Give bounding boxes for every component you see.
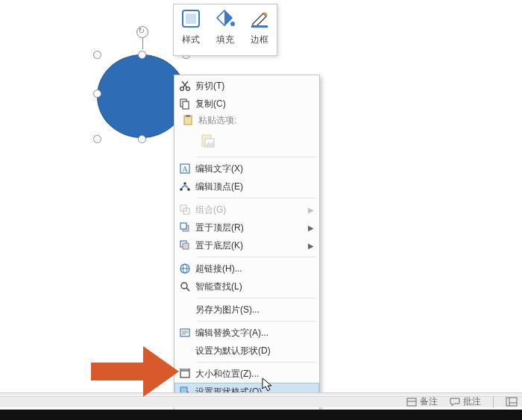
menu-smart-lookup[interactable]: 智能查找(L)	[174, 278, 319, 295]
menu-edit-alt-text[interactable]: 编辑替换文字(A)...	[174, 324, 319, 342]
mini-toolbar: 样式 填充 边框	[173, 4, 277, 56]
resize-handle-nw[interactable]	[93, 51, 101, 59]
menu-bring-front[interactable]: 置于顶层(R) ▶	[174, 219, 319, 236]
svg-rect-9	[186, 115, 190, 117]
resize-handle-s[interactable]	[138, 135, 146, 143]
copy-icon	[174, 95, 195, 113]
rotate-handle[interactable]	[136, 26, 148, 38]
menu-size-position-label: 大小和位置(Z)...	[195, 368, 315, 380]
resize-handle-w[interactable]	[93, 90, 101, 98]
menu-paste-options	[174, 128, 319, 154]
menu-copy[interactable]: 复制(C)	[174, 95, 319, 113]
svg-rect-1	[186, 13, 196, 24]
menu-separator	[197, 157, 316, 157]
svg-rect-7	[183, 101, 189, 109]
menu-smart-lookup-label: 智能查找(L)	[195, 280, 315, 293]
svg-point-26	[181, 283, 187, 289]
menu-separator	[197, 321, 316, 322]
svg-rect-20	[180, 223, 186, 229]
menu-set-default-shape[interactable]: 设置为默认形状(D)	[174, 342, 319, 360]
svg-rect-3	[251, 25, 268, 28]
shape-style-icon	[180, 7, 202, 30]
menu-edit-alt-text-label: 编辑替换文字(A)...	[195, 327, 315, 339]
submenu-arrow-icon: ▶	[307, 242, 315, 250]
blank-icon	[174, 301, 195, 319]
status-view-normal-button[interactable]	[506, 397, 518, 407]
comments-icon	[450, 397, 460, 407]
menu-separator	[197, 198, 316, 198]
resize-handle-sw[interactable]	[93, 135, 101, 143]
shape-outline-button[interactable]: 边框	[245, 7, 274, 54]
shape-style-label: 样式	[176, 34, 206, 46]
menu-send-back[interactable]: 置于底层(K) ▶	[174, 236, 319, 254]
svg-point-2	[230, 22, 235, 26]
menu-group: 组合(G) ▶	[174, 201, 319, 219]
menu-edit-text[interactable]: A 编辑文字(X)	[174, 160, 319, 178]
submenu-arrow-icon: ▶	[307, 206, 315, 214]
svg-rect-22	[183, 243, 189, 249]
svg-rect-15	[184, 183, 186, 185]
status-notes-button[interactable]: 备注	[406, 395, 438, 408]
edit-text-icon: A	[174, 160, 195, 178]
paste-option-picture[interactable]	[197, 130, 219, 152]
svg-rect-14	[180, 189, 183, 191]
status-separator	[493, 396, 494, 408]
menu-paste-options-label: 粘贴选项:	[198, 114, 236, 127]
notes-icon	[406, 397, 417, 407]
taskbar	[0, 410, 522, 420]
menu-set-default-shape-label: 设置为默认形状(D)	[195, 345, 315, 357]
paste-icon	[177, 114, 198, 126]
status-bar-right: 备注 批注	[406, 395, 518, 408]
svg-line-27	[186, 288, 189, 291]
menu-group-label: 组合(G)	[195, 204, 307, 216]
menu-paste-options-header: 粘贴选项:	[174, 113, 319, 128]
annotation-arrow-icon	[91, 342, 180, 401]
menu-separator	[197, 298, 316, 298]
shape-outline-label: 边框	[245, 34, 274, 46]
svg-rect-39	[506, 398, 517, 406]
ellipse-shape[interactable]	[97, 54, 186, 138]
menu-send-back-label: 置于底层(K)	[195, 239, 307, 252]
view-normal-icon	[506, 397, 518, 407]
edit-points-icon	[174, 178, 195, 195]
svg-rect-37	[407, 398, 416, 406]
send-back-icon	[174, 236, 195, 254]
menu-save-as-picture[interactable]: 另存为图片(S)...	[174, 301, 319, 319]
svg-point-5	[186, 87, 190, 91]
shape-outline-icon	[248, 7, 271, 30]
resize-handle-n[interactable]	[138, 51, 146, 59]
menu-size-position[interactable]: 大小和位置(Z)...	[174, 365, 319, 383]
shape-fill-button[interactable]: 填充	[210, 7, 240, 54]
menu-save-as-picture-label: 另存为图片(S)...	[195, 304, 315, 316]
menu-separator	[197, 362, 316, 363]
shape-fill-icon	[214, 7, 236, 30]
submenu-arrow-icon: ▶	[307, 224, 315, 232]
menu-edit-points-label: 编辑顶点(E)	[195, 181, 315, 193]
alt-text-icon	[174, 324, 195, 342]
menu-copy-label: 复制(C)	[195, 98, 315, 110]
context-menu: 剪切(T) 复制(C) 粘贴选项:	[174, 75, 320, 420]
svg-rect-16	[188, 189, 190, 191]
svg-point-4	[180, 87, 184, 91]
smart-lookup-icon	[174, 278, 195, 295]
hyperlink-icon	[174, 260, 195, 278]
menu-bring-front-label: 置于顶层(R)	[195, 222, 307, 234]
selected-shape[interactable]	[97, 48, 186, 149]
status-comments-label: 批注	[463, 395, 481, 408]
menu-separator	[197, 257, 316, 257]
menu-hyperlink[interactable]: 超链接(H)...	[174, 260, 319, 278]
menu-cut-label: 剪切(T)	[195, 80, 315, 93]
shape-fill-label: 填充	[210, 34, 240, 46]
status-comments-button[interactable]: 批注	[450, 395, 481, 408]
svg-text:A: A	[182, 165, 188, 173]
status-notes-label: 备注	[420, 395, 438, 408]
bring-front-icon	[174, 219, 195, 236]
shape-style-button[interactable]: 样式	[176, 7, 206, 54]
group-icon	[174, 201, 195, 219]
svg-rect-32	[180, 371, 189, 377]
menu-edit-text-label: 编辑文字(X)	[195, 163, 315, 175]
cut-icon	[174, 77, 195, 95]
menu-edit-points[interactable]: 编辑顶点(E)	[174, 178, 319, 195]
menu-hyperlink-label: 超链接(H)...	[195, 263, 315, 275]
menu-cut[interactable]: 剪切(T)	[174, 77, 319, 95]
